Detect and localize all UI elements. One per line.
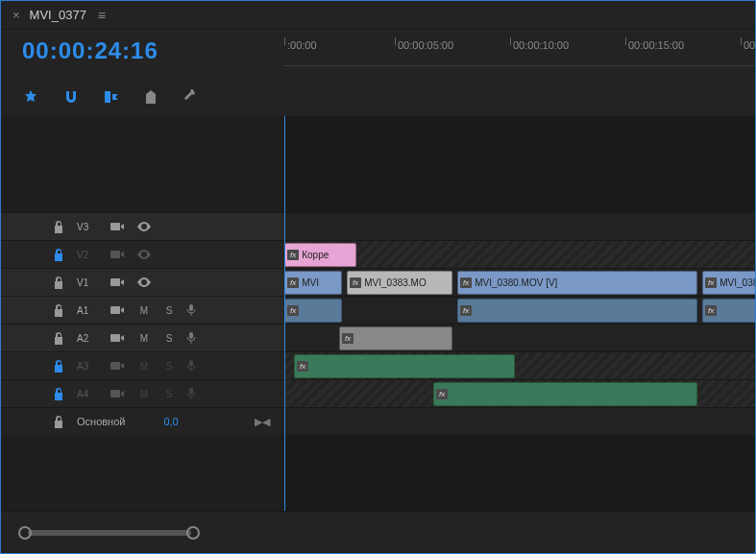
clip-a1[interactable]: fx <box>457 299 697 323</box>
voiceover-icon[interactable] <box>186 387 202 400</box>
clip-v1[interactable]: fxMVI <box>284 271 342 295</box>
mute-button[interactable]: M <box>136 333 152 344</box>
lock-icon[interactable] <box>54 416 67 428</box>
ruler-tick: 00:00:15:00 <box>628 39 684 51</box>
sync-lock-icon[interactable] <box>110 277 127 288</box>
clip-v2[interactable]: fxКорре <box>284 243 356 267</box>
track-label: V1 <box>77 277 100 288</box>
eye-icon[interactable] <box>136 277 152 287</box>
snap-icon[interactable] <box>62 88 80 106</box>
master-track-header[interactable]: Основной 0,0 ▶◀ <box>1 407 284 435</box>
time-ruler[interactable]: :00:00 00:00:05:00 00:00:10:00 00:00:15:… <box>284 39 755 66</box>
fx-badge: fx <box>436 389 448 399</box>
sync-lock-icon[interactable] <box>110 221 127 232</box>
lock-icon[interactable] <box>54 332 67 345</box>
svg-rect-5 <box>189 304 193 311</box>
settings-icon[interactable] <box>182 89 197 105</box>
lock-icon[interactable] <box>54 221 67 233</box>
solo-button[interactable]: S <box>161 305 177 316</box>
playhead[interactable] <box>284 116 285 511</box>
svg-rect-3 <box>110 278 120 286</box>
mute-button[interactable]: M <box>136 389 152 399</box>
track-label: A3 <box>77 361 100 372</box>
mute-button[interactable]: M <box>136 361 152 372</box>
voiceover-icon[interactable] <box>186 359 202 373</box>
svg-rect-11 <box>189 388 193 395</box>
eye-icon[interactable] <box>136 250 152 259</box>
svg-rect-0 <box>105 91 110 103</box>
clip-a2[interactable]: fx <box>339 326 452 350</box>
fx-badge: fx <box>297 361 308 372</box>
sync-lock-icon[interactable] <box>110 388 127 399</box>
clip-a4[interactable]: fx <box>433 382 697 406</box>
lock-icon[interactable] <box>54 388 67 400</box>
track-lane-v2[interactable]: fxКорре <box>284 240 755 268</box>
timecode-display[interactable]: 00:00:24:16 <box>1 30 284 78</box>
clip-a1[interactable]: fx <box>702 299 755 323</box>
track-lane-v3[interactable] <box>284 212 755 240</box>
sync-lock-icon[interactable] <box>110 360 127 372</box>
clip-v1[interactable]: fxMVI_0380. <box>702 271 755 295</box>
clip-a3[interactable]: fx <box>294 354 515 378</box>
track-label: A2 <box>77 333 100 344</box>
sync-lock-icon[interactable] <box>110 249 127 260</box>
mute-button[interactable]: M <box>136 305 152 316</box>
lock-icon[interactable] <box>54 360 67 373</box>
lock-icon[interactable] <box>54 249 67 261</box>
zoom-scrollbar[interactable] <box>1 511 755 553</box>
tab-close-icon[interactable]: × <box>12 8 20 22</box>
track-header-v1[interactable]: V1 <box>1 268 284 296</box>
clip-v1[interactable]: fxMVI_0380.MOV [V] <box>457 271 697 295</box>
voiceover-icon[interactable] <box>186 331 202 345</box>
track-lane-a4[interactable]: fx <box>284 379 755 407</box>
track-header-v3[interactable]: V3 <box>1 212 284 240</box>
solo-button[interactable]: S <box>161 389 177 399</box>
track-label: A4 <box>77 389 100 399</box>
master-arrows-icon[interactable]: ▶◀ <box>255 416 270 428</box>
track-header-a3[interactable]: A3 M S <box>1 351 284 379</box>
track-lane-a1[interactable]: fx fx fx <box>284 296 755 324</box>
svg-rect-7 <box>189 332 193 339</box>
sync-lock-icon[interactable] <box>110 304 127 316</box>
fx-badge: fx <box>460 277 472 288</box>
track-header-v2[interactable]: V2 <box>1 240 284 268</box>
zoom-handle-left[interactable] <box>18 526 32 540</box>
insert-overwrite-icon[interactable] <box>22 88 39 106</box>
track-lane-master[interactable] <box>284 407 755 435</box>
solo-button[interactable]: S <box>161 361 177 372</box>
track-lane-a3[interactable]: fx <box>284 351 755 379</box>
fx-badge: fx <box>705 277 717 288</box>
fx-badge: fx <box>705 305 717 316</box>
solo-button[interactable]: S <box>161 333 177 344</box>
lock-icon[interactable] <box>54 304 67 317</box>
track-lane-v1[interactable]: fxMVI fxMVI_0383.MO fxMVI_0380.MOV [V] f… <box>284 268 755 296</box>
timeline-area[interactable]: fxКорре fxMVI fxMVI_0383.MO fxMVI_0380.M… <box>284 116 755 511</box>
markers-icon[interactable] <box>143 89 159 105</box>
svg-rect-1 <box>110 223 120 230</box>
clip-a1[interactable]: fx <box>284 299 342 323</box>
scroll-thumb[interactable] <box>28 530 191 536</box>
track-header-a2[interactable]: A2 M S <box>1 324 284 351</box>
tab-bar: × MVI_0377 ≡ <box>1 1 755 30</box>
tab-menu-icon[interactable]: ≡ <box>98 8 106 23</box>
sync-lock-icon[interactable] <box>110 332 127 344</box>
master-value[interactable]: 0,0 <box>163 416 178 427</box>
clip-v1[interactable]: fxMVI_0383.MO <box>347 271 452 295</box>
track-header-a1[interactable]: A1 M S <box>1 296 284 324</box>
lock-icon[interactable] <box>54 277 67 289</box>
track-header-a4[interactable]: A4 M S <box>1 379 284 407</box>
track-lane-a2[interactable]: fx <box>284 324 755 351</box>
voiceover-icon[interactable] <box>186 303 202 317</box>
eye-icon[interactable] <box>136 222 152 231</box>
track-label: V2 <box>77 250 100 260</box>
svg-rect-2 <box>110 251 120 258</box>
linked-selection-icon[interactable] <box>103 88 120 106</box>
svg-rect-6 <box>110 334 120 342</box>
svg-rect-9 <box>189 360 193 367</box>
zoom-handle-right[interactable] <box>186 526 200 540</box>
master-label: Основной <box>77 416 125 427</box>
ruler-tick: 00: <box>744 39 756 51</box>
ruler-tick: 00:00:05:00 <box>398 39 453 51</box>
ruler-tick: 00:00:10:00 <box>513 39 569 51</box>
svg-rect-10 <box>110 390 120 397</box>
